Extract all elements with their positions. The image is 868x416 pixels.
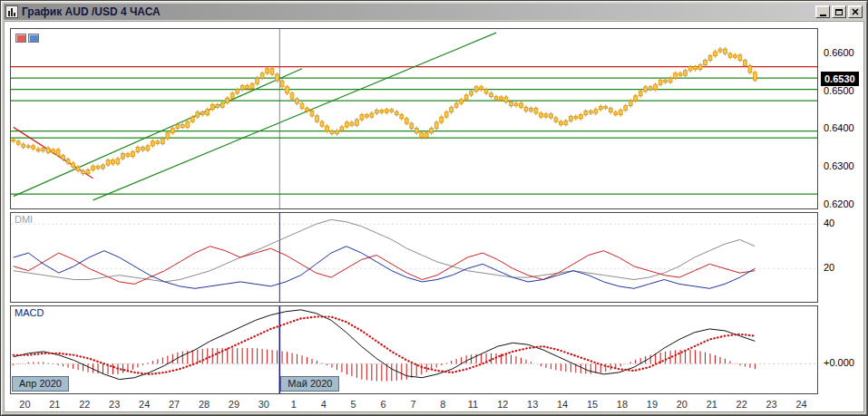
current-price-badge: 0.6530 <box>821 72 859 86</box>
x-axis-day-label: 23 <box>109 399 120 410</box>
x-axis-day-label: 18 <box>617 399 628 410</box>
macd-axis-tick: +0.000 <box>824 357 854 368</box>
x-axis-day-label: 19 <box>647 399 658 410</box>
minimize-button[interactable] <box>815 5 830 18</box>
price-axis-tick: 0.6400 <box>824 122 854 133</box>
chart-window: График AUD /USD 4 ЧАСА 0.6530 0.66000.65… <box>0 0 868 416</box>
x-axis-day-label: 22 <box>736 399 747 410</box>
x-axis-day-label: 4 <box>321 399 327 410</box>
price-axis: 0.6530 0.66000.65000.64000.63000.6200 <box>820 28 867 209</box>
maximize-icon <box>835 9 843 15</box>
macd-panel[interactable]: MACD <box>10 305 818 394</box>
window-title: График AUD /USD 4 ЧАСА <box>22 5 812 18</box>
close-icon <box>852 8 859 15</box>
x-axis-day-label: 20 <box>19 399 30 410</box>
blue-series-chip[interactable] <box>28 34 39 43</box>
dmi-axis-tick: 40 <box>824 218 834 228</box>
price-axis-tick: 0.6200 <box>824 198 854 209</box>
x-axis-day-label: 7 <box>410 399 415 410</box>
x-axis-day-label: 24 <box>795 399 806 410</box>
window-controls <box>815 5 863 18</box>
minimize-icon <box>820 15 826 16</box>
x-axis-day-label: 15 <box>587 399 598 410</box>
x-axis-day-label: 12 <box>497 399 508 410</box>
maximize-button[interactable] <box>832 5 846 18</box>
x-axis-day-label: 13 <box>527 399 538 410</box>
x-axis-day-label: 11 <box>468 399 478 410</box>
x-axis-day-label: 5 <box>351 399 356 410</box>
x-axis-day-label: 21 <box>49 399 60 410</box>
price-axis-tick: 0.6300 <box>824 160 854 171</box>
x-axis: 2021222324272829301456781112131415181920… <box>10 397 818 413</box>
x-axis-day-label: 23 <box>766 399 776 410</box>
dmi-axis: 4020 <box>820 212 867 303</box>
macd-axis: +0.000 <box>820 305 867 394</box>
x-axis-day-label: 8 <box>440 399 445 410</box>
x-axis-day-label: 14 <box>557 399 568 410</box>
dmi-axis-tick: 20 <box>824 262 834 273</box>
month-label-april: Апр 2020 <box>12 376 69 392</box>
chart-icon[interactable] <box>5 5 18 18</box>
month-label-may: Май 2020 <box>280 376 339 392</box>
x-axis-day-label: 21 <box>707 399 717 410</box>
price-axis-tick: 0.6500 <box>824 85 854 96</box>
x-axis-day-label: 20 <box>677 399 688 410</box>
x-axis-day-label: 22 <box>79 399 90 410</box>
close-button[interactable] <box>848 5 863 18</box>
x-axis-day-label: 29 <box>229 399 239 410</box>
x-axis-day-label: 28 <box>199 399 210 410</box>
x-axis-day-label: 6 <box>381 399 386 410</box>
x-axis-day-label: 1 <box>291 399 297 410</box>
x-axis-day-label: 30 <box>258 399 269 410</box>
macd-chart[interactable] <box>11 306 817 393</box>
price-chart[interactable] <box>11 29 817 208</box>
x-axis-day-label: 27 <box>169 399 180 410</box>
title-bar[interactable]: График AUD /USD 4 ЧАСА <box>4 4 864 20</box>
price-axis-tick: 0.6600 <box>824 47 854 58</box>
chart-client-area: 0.6530 0.66000.65000.64000.63000.6200 DM… <box>4 21 864 412</box>
price-panel[interactable] <box>10 28 818 209</box>
series-chips <box>15 34 39 43</box>
red-series-chip[interactable] <box>15 34 26 43</box>
x-axis-day-label: 24 <box>139 399 150 410</box>
dmi-chart[interactable] <box>11 213 817 302</box>
dmi-panel[interactable]: DMI <box>10 212 818 303</box>
